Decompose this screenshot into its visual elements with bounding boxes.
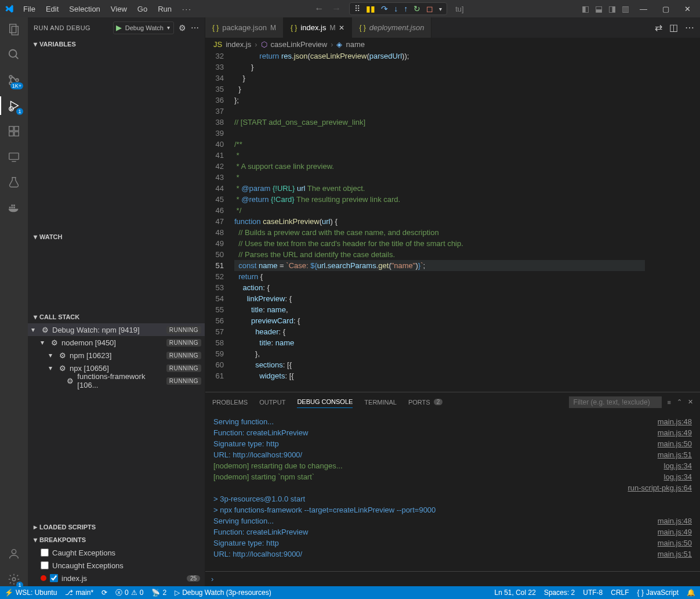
remote-explorer-icon[interactable] [7, 150, 21, 164]
step-out-icon[interactable]: ↑ [404, 4, 408, 13]
indentation[interactable]: Spaces: 2 [544, 589, 575, 597]
encoding[interactable]: UTF-8 [583, 589, 603, 597]
panel-collapse-icon[interactable]: ⌃ [677, 396, 682, 408]
cursor-position[interactable]: Ln 51, Col 22 [495, 589, 536, 597]
editor-tab[interactable]: { }index.jsM✕ [284, 17, 352, 38]
search-icon[interactable] [7, 48, 21, 62]
nav-back-icon[interactable]: ← [314, 3, 324, 14]
layout-right-icon[interactable]: ◨ [608, 4, 616, 13]
editor-tab[interactable]: { }deployment.json [352, 17, 431, 38]
window-minimize[interactable]: — [635, 3, 652, 15]
callstack-row[interactable]: ▾⚙npm [10623]RUNNING [28, 349, 205, 362]
callstack-row[interactable]: ▾⚙nodemon [9450]RUNNING [28, 336, 205, 349]
loadedscripts-header[interactable]: ▸LOADED SCRIPTS [28, 521, 205, 533]
svg-rect-12 [14, 127, 19, 131]
debug-toolbar: ⠿ ▮▮ ↷ ↓ ↑ ↻ ◻ ▾ [349, 2, 447, 15]
editor-tab[interactable]: { }package.jsonM [205, 17, 284, 38]
ports-indicator[interactable]: 📡 2 [151, 589, 166, 597]
tab-more-icon[interactable]: ⋯ [685, 22, 694, 33]
breakpoint-dot-icon [41, 575, 46, 581]
breakpoints-header[interactable]: ▾BREAKPOINTS [28, 533, 205, 546]
window-close[interactable]: ✕ [680, 3, 695, 15]
debug-more-icon[interactable]: ⋯ [191, 23, 199, 33]
testing-icon[interactable] [7, 175, 21, 189]
debug-console-input[interactable]: › [205, 571, 700, 586]
vscode-logo-icon [5, 4, 14, 13]
tab-ports[interactable]: PORTS [408, 396, 430, 408]
restart-icon[interactable]: ↻ [414, 4, 420, 13]
layout-bottom-icon[interactable]: ⬓ [595, 4, 603, 13]
extensions-icon[interactable] [7, 124, 21, 138]
minimap[interactable] [645, 50, 700, 392]
panel-close-icon[interactable]: ✕ [688, 396, 693, 408]
line-gutter[interactable]: 3233343536373839404142434445464748495051… [205, 50, 234, 392]
svg-rect-17 [13, 207, 15, 208]
svg-point-2 [9, 50, 17, 57]
bp-file[interactable]: index.js25 [41, 572, 205, 584]
source-control-icon[interactable]: 1K+ [7, 73, 21, 87]
watch-header[interactable]: ▾WATCH [28, 230, 205, 243]
scm-badge: 1K+ [10, 82, 23, 89]
breadcrumb[interactable]: JS index.js› ⬡ caseLinkPreview› ◈ name [205, 38, 700, 50]
tab-output[interactable]: OUTPUT [259, 396, 285, 408]
compare-icon[interactable]: ⇄ [655, 22, 662, 33]
split-editor-icon[interactable]: ◫ [669, 22, 678, 33]
debug-status[interactable]: ▷ Debug Watch (3p-resources) [175, 589, 271, 597]
tab-terminal[interactable]: TERMINAL [364, 396, 397, 408]
window-maximize[interactable]: ▢ [658, 3, 674, 15]
tab-problems[interactable]: PROBLEMS [212, 396, 248, 408]
chevron-down-icon[interactable]: ▾ [167, 24, 170, 31]
explorer-icon[interactable] [7, 22, 21, 36]
panel-filter-icon[interactable]: ≡ [668, 396, 671, 408]
stop-icon[interactable]: ◻ [426, 4, 433, 13]
layout-custom-icon[interactable]: ▥ [622, 4, 629, 13]
svg-rect-15 [9, 207, 11, 208]
start-debug-icon[interactable]: ▶ [116, 23, 122, 32]
debug-settings-icon[interactable]: ⚙ [179, 23, 186, 33]
step-over-icon[interactable]: ↷ [381, 4, 388, 13]
ports-count: 2 [434, 399, 443, 405]
git-branch[interactable]: ⎇ main* [65, 589, 93, 597]
variables-header[interactable]: ▾VARIABLES [28, 38, 205, 50]
settings-gear-icon[interactable]: 1 [7, 572, 21, 586]
bp-caught-checkbox[interactable] [41, 549, 49, 557]
callstack-row[interactable]: ▾⚙Debug Watch: npm [9419]RUNNING [28, 323, 205, 336]
menu-more[interactable]: ··· [177, 2, 197, 16]
bp-uncaught[interactable]: Uncaught Exceptions [41, 559, 205, 572]
svg-rect-19 [13, 205, 15, 207]
callstack-header[interactable]: ▾CALL STACK [28, 311, 205, 323]
drag-handle-icon[interactable]: ⠿ [354, 4, 360, 13]
language-mode[interactable]: { } JavaScript [637, 589, 679, 597]
bp-uncaught-checkbox[interactable] [41, 561, 49, 569]
js-file-icon: JS [213, 40, 222, 49]
notifications-icon[interactable]: 🔔 [687, 589, 695, 597]
nav-forward-icon[interactable]: → [332, 3, 341, 14]
bp-caught[interactable]: Caught Exceptions [41, 546, 205, 559]
menu-view[interactable]: View [106, 2, 132, 16]
debug-chevron-icon[interactable]: ▾ [439, 6, 442, 12]
eol[interactable]: CRLF [611, 589, 629, 597]
step-into-icon[interactable]: ↓ [394, 4, 398, 13]
docker-icon[interactable] [7, 201, 21, 215]
tab-debug-console[interactable]: DEBUG CONSOLE [297, 396, 353, 408]
menu-selection[interactable]: Selection [64, 2, 104, 16]
git-sync[interactable]: ⟳ [101, 589, 107, 597]
menu-go[interactable]: Go [133, 2, 152, 16]
menu-run[interactable]: Run [153, 2, 176, 16]
debug-console-output[interactable]: Serving function...main.js:48Function: c… [205, 412, 700, 571]
console-filter-input[interactable] [569, 396, 662, 408]
run-debug-icon[interactable]: 1 [7, 99, 21, 113]
debug-config-selector[interactable]: ▶ Debug Watch ▾ [113, 21, 174, 34]
accounts-icon[interactable] [7, 547, 21, 561]
remote-indicator[interactable]: ⚡ WSL: Ubuntu [5, 589, 57, 597]
problems-indicator[interactable]: ⓧ 0 ⚠ 0 [115, 588, 143, 598]
bp-file-checkbox[interactable] [50, 574, 58, 582]
settings-badge: 1 [16, 582, 23, 589]
code-editor[interactable]: return res.json(caseLinkPreview(parsedUr… [234, 50, 645, 392]
editor-tabs: { }package.jsonM{ }index.jsM✕{ }deployme… [205, 17, 700, 38]
menu-edit[interactable]: Edit [41, 2, 63, 16]
layout-left-icon[interactable]: ◧ [582, 4, 589, 13]
pause-icon[interactable]: ▮▮ [366, 4, 375, 13]
callstack-row[interactable]: ⚙functions-framework [106...RUNNING [28, 374, 205, 387]
menu-file[interactable]: File [19, 2, 40, 16]
